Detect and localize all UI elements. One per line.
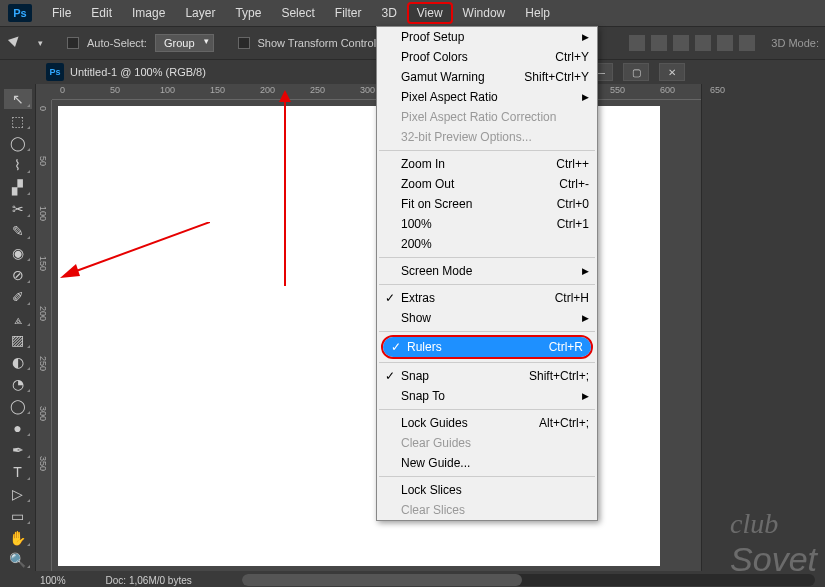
ruler-tick: 0 — [38, 106, 48, 111]
autoselect-target-select[interactable]: Group — [155, 34, 214, 52]
menu-item-label: Zoom In — [401, 157, 445, 171]
show-transform-checkbox[interactable] — [238, 37, 250, 49]
submenu-arrow-icon: ▶ — [582, 92, 589, 102]
menu-shortcut: Ctrl+R — [549, 340, 583, 354]
menu-item-screen-mode[interactable]: Screen Mode▶ — [377, 261, 597, 281]
menu-item-clear-slices: Clear Slices — [377, 500, 597, 520]
tool-15[interactable]: ● — [4, 418, 32, 438]
menu-item-extras[interactable]: ✓ExtrasCtrl+H — [377, 288, 597, 308]
menu-3d[interactable]: 3D — [371, 2, 406, 24]
tool-11[interactable]: ▨ — [4, 330, 32, 350]
menu-select[interactable]: Select — [271, 2, 324, 24]
dropdown-arrow-icon[interactable]: ▾ — [38, 38, 43, 48]
menu-separator — [379, 284, 595, 285]
menu-file[interactable]: File — [42, 2, 81, 24]
tool-0[interactable]: ↖ — [4, 89, 32, 109]
tool-3[interactable]: ⌇ — [4, 155, 32, 175]
menu-help[interactable]: Help — [515, 2, 560, 24]
menu-item-100-[interactable]: 100%Ctrl+1 — [377, 214, 597, 234]
check-icon: ✓ — [391, 340, 401, 354]
tool-13[interactable]: ◔ — [4, 374, 32, 394]
svg-line-0 — [68, 222, 210, 274]
menu-item-snap[interactable]: ✓SnapShift+Ctrl+; — [377, 366, 597, 386]
tool-18[interactable]: ▷ — [4, 484, 32, 504]
scrollbar-thumb[interactable] — [242, 574, 522, 586]
tool-1[interactable]: ⬚ — [4, 111, 32, 131]
menu-item-zoom-out[interactable]: Zoom OutCtrl+- — [377, 174, 597, 194]
menu-view[interactable]: View — [407, 2, 453, 24]
tool-6[interactable]: ✎ — [4, 221, 32, 241]
menu-item-label: Proof Colors — [401, 50, 468, 64]
annotation-arrow-vertical — [284, 100, 286, 286]
menu-item-new-guide-[interactable]: New Guide... — [377, 453, 597, 473]
align-icon[interactable] — [629, 35, 645, 51]
tool-8[interactable]: ⊘ — [4, 265, 32, 285]
ruler-tick: 200 — [260, 85, 275, 95]
tool-14[interactable]: ◯ — [4, 396, 32, 416]
menu-item-rulers[interactable]: ✓RulersCtrl+R — [383, 337, 591, 357]
menu-item-pixel-aspect-ratio[interactable]: Pixel Aspect Ratio▶ — [377, 87, 597, 107]
watermark: clubSovet — [730, 508, 817, 579]
menu-item-200-[interactable]: 200% — [377, 234, 597, 254]
align-icon[interactable] — [717, 35, 733, 51]
menu-item-snap-to[interactable]: Snap To▶ — [377, 386, 597, 406]
align-icon[interactable] — [739, 35, 755, 51]
menu-item-show[interactable]: Show▶ — [377, 308, 597, 328]
zoom-level[interactable]: 100% — [40, 575, 66, 586]
tool-12[interactable]: ◐ — [4, 352, 32, 372]
menu-item-zoom-in[interactable]: Zoom InCtrl++ — [377, 154, 597, 174]
tool-16[interactable]: ✒ — [4, 440, 32, 460]
tool-4[interactable]: ▞ — [4, 177, 32, 197]
tool-5[interactable]: ✂ — [4, 199, 32, 219]
autoselect-checkbox[interactable] — [67, 37, 79, 49]
menu-separator — [379, 476, 595, 477]
tool-7[interactable]: ◉ — [4, 243, 32, 263]
close-button[interactable]: ✕ — [659, 63, 685, 81]
menu-item-proof-setup[interactable]: Proof Setup▶ — [377, 27, 597, 47]
maximize-button[interactable]: ▢ — [623, 63, 649, 81]
menu-edit[interactable]: Edit — [81, 2, 122, 24]
ruler-tick: 50 — [110, 85, 120, 95]
show-transform-label: Show Transform Controls — [258, 37, 382, 49]
vertical-ruler[interactable]: 050100150200250300350 — [36, 100, 52, 571]
menu-layer[interactable]: Layer — [175, 2, 225, 24]
ruler-tick: 150 — [38, 256, 48, 271]
menu-item-gamut-warning[interactable]: Gamut WarningShift+Ctrl+Y — [377, 67, 597, 87]
horizontal-scrollbar[interactable] — [242, 574, 815, 586]
move-tool-icon[interactable] — [8, 33, 28, 53]
menu-window[interactable]: Window — [453, 2, 516, 24]
align-icon[interactable] — [651, 35, 667, 51]
menu-item-lock-guides[interactable]: Lock GuidesAlt+Ctrl+; — [377, 413, 597, 433]
align-icon[interactable] — [695, 35, 711, 51]
annotation-arrow-diagonal — [60, 222, 210, 282]
menu-item-proof-colors[interactable]: Proof ColorsCtrl+Y — [377, 47, 597, 67]
view-menu-dropdown: Proof Setup▶Proof ColorsCtrl+YGamut Warn… — [376, 26, 598, 521]
tool-9[interactable]: ✐ — [4, 287, 32, 307]
tool-10[interactable]: ⟁ — [4, 309, 32, 329]
menu-item-label: Zoom Out — [401, 177, 454, 191]
menu-image[interactable]: Image — [122, 2, 175, 24]
menu-item-lock-slices[interactable]: Lock Slices — [377, 480, 597, 500]
tool-2[interactable]: ◯ — [4, 133, 32, 153]
align-icon[interactable] — [673, 35, 689, 51]
ruler-tick: 100 — [38, 206, 48, 221]
menu-item-pixel-aspect-ratio-correction: Pixel Aspect Ratio Correction — [377, 107, 597, 127]
menu-separator — [379, 150, 595, 151]
menu-shortcut: Shift+Ctrl+Y — [524, 70, 589, 84]
menu-item-fit-on-screen[interactable]: Fit on ScreenCtrl+0 — [377, 194, 597, 214]
menu-separator — [379, 362, 595, 363]
tool-19[interactable]: ▭ — [4, 506, 32, 526]
menu-item-label: Snap To — [401, 389, 445, 403]
menu-item-label: Snap — [401, 369, 429, 383]
menu-type[interactable]: Type — [225, 2, 271, 24]
document-title[interactable]: Untitled-1 @ 100% (RGB/8) — [70, 66, 206, 78]
menu-item-label: Pixel Aspect Ratio — [401, 90, 498, 104]
ruler-tick: 350 — [38, 456, 48, 471]
menu-item-label: Clear Guides — [401, 436, 471, 450]
tool-21[interactable]: 🔍 — [4, 550, 32, 570]
tool-17[interactable]: T — [4, 462, 32, 482]
ruler-tick: 50 — [38, 156, 48, 166]
menu-item-label: 32-bit Preview Options... — [401, 130, 532, 144]
tool-20[interactable]: ✋ — [4, 528, 32, 548]
menu-filter[interactable]: Filter — [325, 2, 372, 24]
